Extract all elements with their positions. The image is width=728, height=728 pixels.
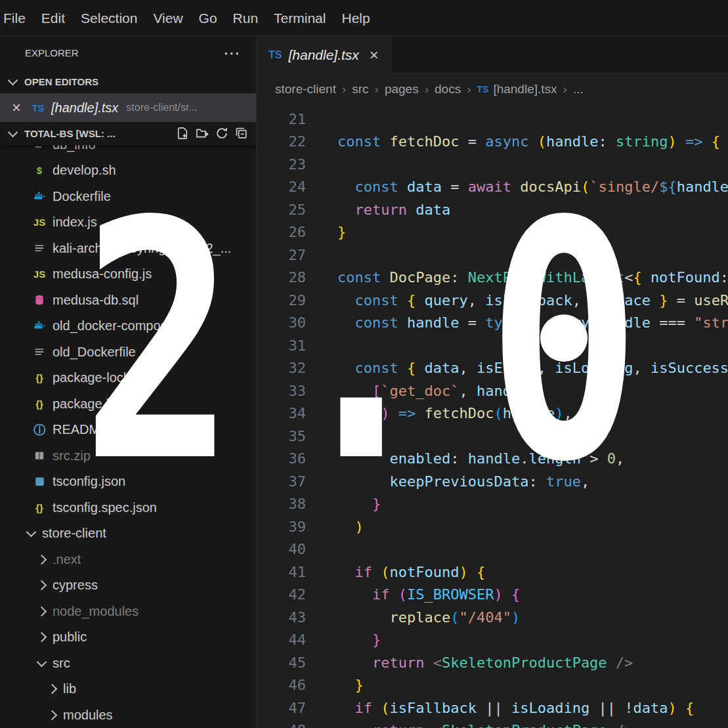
menu-view[interactable]: View	[145, 11, 190, 26]
code-lines: 2122const fetchDoc = async (handle: stri…	[257, 108, 728, 728]
open-editors-list: ×TS[handle].tsxstore-client/sr...	[0, 93, 256, 122]
file-medusa-db.sql[interactable]: medusa-db.sql	[0, 288, 256, 314]
open-editor-path: store-client/sr...	[126, 102, 256, 114]
breadcrumb-item-...[interactable]: ...	[573, 82, 584, 96]
item-name: node_modules	[53, 604, 139, 619]
breadcrumb-item-src[interactable]: src	[352, 82, 368, 96]
code-line-43[interactable]: 43 replace("/404")	[257, 606, 728, 629]
info-icon: ⓘ	[32, 422, 47, 438]
menu-help[interactable]: Help	[333, 11, 377, 26]
line-content: replace("/404")	[337, 609, 520, 626]
workspace-section-header[interactable]: TOTAL-BS [WSL: ...	[0, 122, 256, 144]
file-medusa-config.js[interactable]: JSmedusa-config.js	[0, 261, 256, 288]
code-line-32[interactable]: 32 const { data, isError, isLoading, isS…	[257, 357, 728, 380]
code-line-30[interactable]: 30 const handle = typeof query.handle ==…	[257, 312, 728, 335]
code-line-41[interactable]: 41 if (notFound) {	[257, 561, 728, 584]
file-kali-archive-keyring_2022.2_...[interactable]: kali-archive-keyring_2022.2_...	[0, 236, 256, 262]
file-old_docker-compose.yml[interactable]: old_docker-compose.yml	[0, 313, 256, 339]
file-tsconfig.json[interactable]: tsconfig.json	[0, 469, 256, 495]
code-line-35[interactable]: 35 {	[257, 425, 728, 448]
open-editors-section-header[interactable]: OPEN EDITORS	[0, 70, 256, 93]
code-line-47[interactable]: 47 if (isFallback || isLoading || !data)…	[257, 696, 728, 719]
file-develop.sh[interactable]: $develop.sh	[0, 158, 256, 184]
code-line-25[interactable]: 25 return data	[257, 198, 728, 221]
code-line-22[interactable]: 22const fetchDoc = async (handle: string…	[257, 131, 728, 154]
file-README.md[interactable]: ⓘREADME.md	[0, 417, 256, 443]
code-line-46[interactable]: 46 }	[257, 674, 728, 697]
line-number: 47	[257, 700, 306, 716]
line-content: enabled: handle.length > 0,	[337, 450, 624, 467]
folder-.next[interactable]: .next	[0, 547, 256, 573]
file-index.js[interactable]: JSindex.js	[0, 209, 256, 236]
ts-icon: TS	[268, 49, 282, 61]
close-icon[interactable]: ×	[370, 46, 379, 64]
code-line-39[interactable]: 39 )	[257, 515, 728, 538]
breadcrumb-item-[handle].tsx[interactable]: TS[handle].tsx	[477, 82, 557, 96]
new-file-icon[interactable]	[175, 125, 190, 141]
close-icon[interactable]: ×	[12, 98, 21, 117]
more-actions-icon[interactable]: ⋯	[223, 50, 240, 56]
js-icon: JS	[32, 268, 47, 280]
code-line-48[interactable]: 48 return <SkeletonProductPage />	[257, 719, 728, 728]
file-old_Dockerfile[interactable]: old_Dockerfile	[0, 339, 256, 366]
chevron-glyph	[37, 632, 47, 643]
item-name: store-client	[42, 526, 106, 541]
new-folder-icon[interactable]	[194, 125, 210, 141]
folder-lib[interactable]: lib	[0, 676, 256, 702]
menu-bar: FileEditSelectionViewGoRunTerminalHelp	[0, 0, 728, 36]
code-line-33[interactable]: 33 [`get_doc`, handle],	[257, 379, 728, 402]
chevron-down-icon	[25, 531, 42, 536]
code-line-44[interactable]: 44 }	[257, 629, 728, 652]
breadcrumb-item-docs[interactable]: docs	[435, 82, 461, 96]
explorer-title: EXPLORER	[25, 47, 223, 58]
menu-edit[interactable]: Edit	[33, 11, 73, 26]
tab-handle-tsx[interactable]: TS [handle].tsx ×	[257, 36, 391, 74]
file-tree: db_info$develop.shDockerfileJSindex.jska…	[0, 132, 256, 728]
folder-store-client[interactable]: store-client	[0, 521, 256, 547]
code-line-28[interactable]: 28const DocPage: NextPageWithLayout<{ no…	[257, 267, 728, 289]
menu-go[interactable]: Go	[191, 11, 225, 26]
folder-cypress[interactable]: cypress	[0, 572, 256, 599]
json-icon: {}	[32, 502, 47, 513]
code-line-26[interactable]: 26}	[257, 221, 728, 244]
file-Dockerfile[interactable]: Dockerfile	[0, 184, 256, 210]
file-package-lock.json[interactable]: {}package-lock.json	[0, 365, 256, 391]
code-line-40[interactable]: 40	[257, 538, 728, 561]
file-package.json[interactable]: {}package.json	[0, 391, 256, 418]
folder-node_modules[interactable]: node_modules	[0, 599, 256, 625]
code-line-23[interactable]: 23	[257, 153, 728, 176]
collapse-all-icon[interactable]	[234, 125, 249, 141]
line-number: 43	[257, 609, 306, 626]
breadcrumb-item-store-client[interactable]: store-client	[275, 82, 336, 96]
menu-run[interactable]: Run	[225, 11, 267, 26]
code-line-42[interactable]: 42 if (IS_BROWSER) {	[257, 584, 728, 607]
menu-selection[interactable]: Selection	[73, 11, 145, 26]
code-line-24[interactable]: 24 const data = await docsApi(`single/${…	[257, 176, 728, 199]
line-number: 25	[257, 202, 306, 218]
open-editor-item[interactable]: ×TS[handle].tsxstore-client/sr...	[0, 93, 256, 122]
code-line-27[interactable]: 27	[257, 244, 728, 267]
code-line-38[interactable]: 38 }	[257, 493, 728, 516]
refresh-icon[interactable]	[214, 125, 230, 141]
menu-terminal[interactable]: Terminal	[266, 11, 333, 26]
line-content: const fetchDoc = async (handle: string) …	[337, 133, 720, 150]
folder-modules[interactable]: modules	[0, 702, 256, 728]
breadcrumb-item-pages[interactable]: pages	[385, 82, 419, 96]
folder-src[interactable]: src	[0, 651, 256, 677]
code-line-37[interactable]: 37 keepPreviousData: true,	[257, 470, 728, 493]
code-line-29[interactable]: 29 const { query, isFallback, replace } …	[257, 289, 728, 312]
code-line-21[interactable]: 21	[257, 108, 728, 131]
code-editor[interactable]: 2122const fetchDoc = async (handle: stri…	[257, 105, 728, 728]
file-src.zip[interactable]: src.zip	[0, 443, 256, 469]
code-line-36[interactable]: 36 enabled: handle.length > 0,	[257, 448, 728, 471]
code-line-34[interactable]: 34 () => fetchDoc(handle),	[257, 402, 728, 425]
folder-public[interactable]: public	[0, 624, 256, 651]
editor-area: TS [handle].tsx × store-client›src›pages…	[257, 36, 728, 728]
code-line-45[interactable]: 45 return <SkeletonProductPage />	[257, 651, 728, 674]
code-line-31[interactable]: 31	[257, 334, 728, 357]
ts-icon: TS	[477, 84, 488, 95]
file-tsconfig.spec.json[interactable]: {}tsconfig.spec.json	[0, 495, 256, 521]
line-number: 37	[257, 473, 306, 490]
item-name: package.json	[53, 396, 130, 412]
menu-file[interactable]: File	[0, 11, 33, 26]
